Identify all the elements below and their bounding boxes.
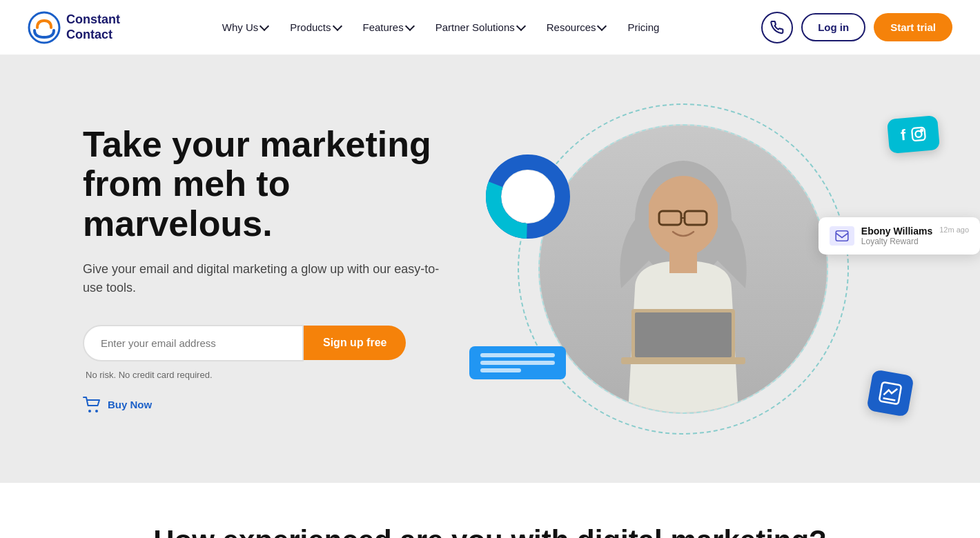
- hero-image-area: f: [442, 97, 925, 441]
- nav-links: Why Us Products Features Partner Solutio…: [120, 16, 761, 39]
- chevron-icon: [332, 21, 342, 31]
- phone-icon: [770, 21, 784, 34]
- no-risk-text: No risk. No credit card required.: [86, 370, 442, 380]
- nav-item-partner-solutions[interactable]: Partner Solutions: [426, 16, 534, 39]
- hero-subtitle: Give your email and digital marketing a …: [83, 260, 442, 297]
- logo-icon: [28, 11, 61, 44]
- email-card-time: 12m ago: [939, 226, 969, 234]
- email-card-text: Ebony Williams Loyalty Reward: [861, 226, 932, 246]
- social-float: f: [887, 115, 940, 154]
- svg-rect-17: [669, 252, 697, 273]
- phone-button[interactable]: [761, 12, 793, 43]
- nav-item-pricing[interactable]: Pricing: [618, 16, 669, 39]
- nav-item-why-us[interactable]: Why Us: [213, 16, 278, 39]
- nav-item-features[interactable]: Features: [353, 16, 423, 39]
- logo[interactable]: Constant Contact: [28, 11, 120, 44]
- chevron-icon: [405, 21, 415, 31]
- logo-text: Constant Contact: [66, 12, 120, 42]
- nav-actions: Log in Start trial: [761, 12, 952, 43]
- email-notification-card: Ebony Williams Loyalty Reward 12m ago: [819, 217, 980, 255]
- nav-item-resources[interactable]: Resources: [537, 16, 616, 39]
- email-icon: [830, 226, 854, 246]
- signup-button[interactable]: Sign up free: [304, 326, 406, 360]
- svg-point-2: [95, 410, 98, 412]
- start-trial-button[interactable]: Start trial: [874, 13, 952, 41]
- instagram-icon: [910, 126, 927, 142]
- chevron-icon: [516, 21, 526, 31]
- cart-icon: [83, 397, 102, 413]
- buy-now-link[interactable]: Buy Now: [83, 397, 442, 413]
- analytics-float: [866, 369, 914, 417]
- svg-point-8: [921, 129, 923, 131]
- chat-bubble-float: [469, 346, 566, 379]
- chevron-icon: [259, 21, 269, 31]
- pie-chart-float: [483, 152, 573, 244]
- email-form: Sign up free: [83, 325, 442, 361]
- bottom-title: How experienced are you with digital mar…: [0, 524, 980, 538]
- svg-point-5: [502, 170, 554, 223]
- svg-rect-16: [635, 312, 732, 357]
- email-input[interactable]: [83, 325, 304, 361]
- hero-person-circle: [538, 124, 828, 414]
- chevron-icon: [597, 21, 607, 31]
- analytics-icon: [877, 380, 903, 406]
- svg-line-20: [883, 398, 896, 400]
- svg-rect-18: [836, 231, 848, 241]
- hero-title: Take your marketing from meh to marvelou…: [83, 125, 442, 243]
- bottom-section: How experienced are you with digital mar…: [0, 483, 980, 538]
- person-silhouette: [580, 150, 787, 412]
- nav-item-products[interactable]: Products: [280, 16, 350, 39]
- navbar: Constant Contact Why Us Products Feature…: [0, 0, 980, 55]
- person-photo: [540, 126, 827, 412]
- login-button[interactable]: Log in: [801, 13, 865, 41]
- hero-content: Take your marketing from meh to marvelou…: [83, 125, 442, 413]
- hero-section: Take your marketing from meh to marvelou…: [0, 55, 980, 483]
- svg-rect-6: [912, 127, 925, 141]
- svg-point-1: [88, 410, 91, 412]
